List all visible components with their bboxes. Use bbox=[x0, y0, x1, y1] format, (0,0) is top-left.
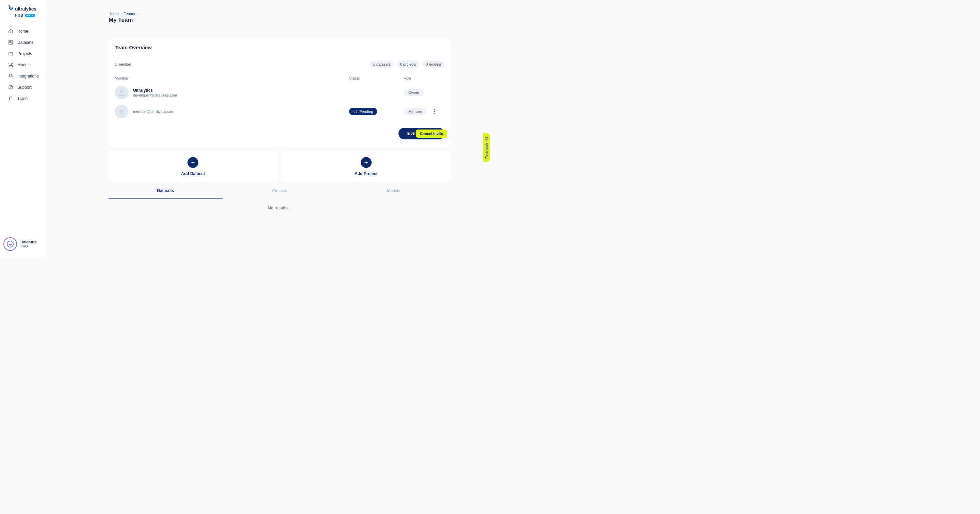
logo-icon bbox=[8, 5, 13, 13]
layers-icon bbox=[8, 73, 13, 79]
tab-models[interactable]: Models bbox=[337, 184, 450, 198]
user-avatar-icon bbox=[3, 237, 17, 251]
chevron-right-icon: › bbox=[137, 11, 138, 16]
sidebar-item-datasets[interactable]: Datasets bbox=[0, 37, 45, 48]
sidebar: ultralytics HUB BETA Home Datasets Proje… bbox=[0, 0, 45, 257]
chevron-right-icon: › bbox=[121, 11, 122, 16]
team-overview-card: Team Overview 1 member 0 datasets 0 proj… bbox=[108, 38, 450, 147]
card-title: Team Overview bbox=[115, 44, 444, 50]
sidebar-item-label: Integrations bbox=[18, 74, 39, 79]
logo[interactable]: ultralytics HUB BETA bbox=[0, 0, 45, 19]
svg-rect-1 bbox=[9, 40, 13, 44]
member-count: 1 member bbox=[115, 62, 132, 66]
image-icon bbox=[8, 40, 13, 45]
user-plan: PRO bbox=[21, 244, 37, 248]
role-badge: Owner bbox=[404, 89, 424, 96]
cancel-invite-menu-item[interactable]: Cancel Invite bbox=[416, 130, 447, 138]
trash-icon bbox=[8, 96, 13, 101]
plus-icon bbox=[188, 157, 198, 168]
svg-point-14 bbox=[487, 138, 487, 139]
sidebar-item-label: Home bbox=[18, 29, 28, 34]
models-pill: 0 models bbox=[422, 60, 444, 68]
member-name: Ultralytics bbox=[133, 88, 349, 93]
sidebar-item-trash[interactable]: Trash bbox=[0, 93, 45, 104]
th-member: Member bbox=[115, 76, 349, 80]
add-project-card[interactable]: Add Project bbox=[282, 151, 451, 182]
status-badge: Pending bbox=[349, 108, 377, 115]
svg-point-9 bbox=[434, 109, 435, 110]
svg-point-6 bbox=[120, 90, 123, 93]
kebab-menu-button[interactable] bbox=[431, 109, 438, 114]
folder-icon bbox=[8, 51, 13, 56]
tab-datasets[interactable]: Datasets bbox=[108, 184, 223, 198]
breadcrumb-teams[interactable]: Teams bbox=[124, 11, 135, 16]
sidebar-item-label: Models bbox=[18, 63, 30, 67]
datasets-pill: 0 datasets bbox=[370, 60, 394, 68]
sidebar-item-label: Support bbox=[18, 85, 32, 90]
breadcrumb-home[interactable]: Home bbox=[108, 11, 118, 16]
breadcrumb: Home › Teams › bbox=[45, 0, 490, 16]
sidebar-item-label: Trash bbox=[18, 96, 27, 101]
help-icon bbox=[8, 85, 13, 90]
logo-text: ultralytics bbox=[15, 6, 37, 11]
member-row: member@ultralytics.com Pending Member bbox=[115, 105, 444, 118]
member-email: developer@ultralytics.com bbox=[133, 93, 349, 97]
svg-point-7 bbox=[119, 109, 121, 111]
beta-badge: BETA bbox=[25, 14, 35, 17]
page-title: My Team bbox=[108, 17, 490, 24]
tab-projects[interactable]: Projects bbox=[223, 184, 337, 198]
add-project-label: Add Project bbox=[355, 171, 377, 176]
sidebar-item-home[interactable]: Home bbox=[0, 25, 45, 37]
logo-hub: HUB bbox=[15, 14, 24, 17]
role-badge: Member bbox=[404, 108, 427, 115]
sidebar-item-support[interactable]: Support bbox=[0, 82, 45, 93]
plus-icon bbox=[361, 157, 372, 168]
main: Home › Teams › My Team Team Overview 1 m… bbox=[45, 0, 490, 257]
th-role: Role bbox=[404, 76, 444, 80]
sidebar-item-integrations[interactable]: Integrations bbox=[0, 70, 45, 82]
sidebar-item-label: Datasets bbox=[18, 40, 33, 45]
sidebar-user[interactable]: Ultralytics PRO bbox=[0, 233, 45, 257]
kebab-icon bbox=[434, 109, 435, 114]
svg-point-10 bbox=[434, 111, 435, 112]
feedback-button[interactable]: Feedback bbox=[483, 133, 490, 162]
member-email: member@ultralytics.com bbox=[133, 109, 349, 114]
command-icon bbox=[8, 62, 13, 67]
smile-icon bbox=[485, 136, 488, 141]
add-dataset-label: Add Dataset bbox=[181, 171, 205, 176]
spinner-icon bbox=[353, 109, 357, 114]
user-name: Ultralytics bbox=[21, 240, 37, 244]
avatar-icon bbox=[115, 86, 128, 99]
svg-point-8 bbox=[123, 109, 124, 111]
sidebar-item-projects[interactable]: Projects bbox=[0, 48, 45, 59]
add-dataset-card[interactable]: Add Dataset bbox=[108, 151, 278, 182]
avatar-icon bbox=[115, 105, 128, 118]
th-status: Status bbox=[349, 76, 404, 80]
sidebar-item-label: Projects bbox=[18, 51, 32, 56]
projects-pill: 0 projects bbox=[397, 60, 420, 68]
empty-state: No results... bbox=[108, 205, 450, 210]
svg-point-0 bbox=[11, 8, 12, 9]
member-row: Ultralytics developer@ultralytics.com Ow… bbox=[115, 86, 444, 99]
tabs: Datasets Projects Models bbox=[108, 184, 450, 198]
home-icon bbox=[8, 29, 13, 34]
svg-point-12 bbox=[485, 137, 488, 140]
sidebar-item-models[interactable]: Models bbox=[0, 59, 45, 70]
svg-point-13 bbox=[486, 138, 486, 139]
nav: Home Datasets Projects Models Integratio… bbox=[0, 25, 45, 104]
svg-point-11 bbox=[434, 113, 435, 114]
